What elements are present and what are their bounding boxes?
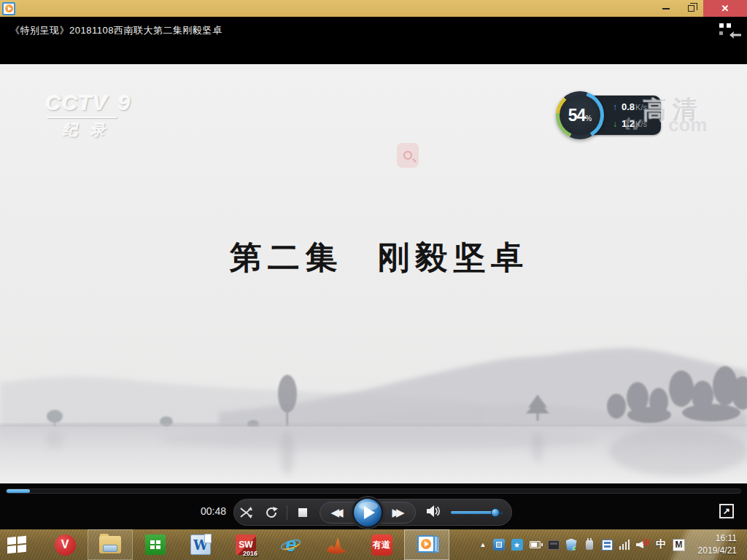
cctv-channel-number: 9 (118, 90, 131, 115)
system-tray: ▲ ★ 中 M 16:11 2019/4/21 (480, 532, 747, 558)
rewind-button[interactable]: ◀◀ (325, 502, 349, 524)
buffer-percent-sign: % (585, 114, 592, 122)
seek-bar[interactable] (6, 489, 741, 494)
star-icon: ★ (514, 541, 520, 549)
volume-fill (451, 511, 495, 514)
up-arrow-icon: ↑ (613, 102, 617, 112)
fullscreen-button[interactable]: ↗ (719, 504, 734, 518)
transport-group: ◀◀ ▶▶ (320, 502, 416, 524)
window-titlebar[interactable]: ✕ (0, 0, 747, 17)
close-button[interactable]: ✕ (703, 0, 747, 17)
stop-icon (298, 508, 307, 517)
taskbar-item-store[interactable] (133, 529, 178, 560)
shield-status-dot (573, 546, 579, 553)
solidworks-icon: SW 2016 (236, 534, 256, 555)
mute-ban-circle (643, 539, 649, 545)
cctv-logo-underline (47, 117, 117, 118)
taskbar-item-solidworks[interactable]: SW 2016 (223, 529, 268, 560)
com-watermark: com (668, 114, 707, 136)
usb-eject-tray-icon[interactable] (584, 539, 595, 551)
windows-logo-icon (7, 536, 26, 553)
stop-button[interactable] (290, 502, 315, 524)
network-signal-icon[interactable] (619, 540, 630, 550)
expand-icon: ↗ (723, 506, 730, 516)
youdao-icon: 有道 (371, 534, 392, 556)
control-separator (287, 505, 287, 520)
volume-button[interactable] (426, 505, 442, 521)
magnifier-icon (403, 151, 412, 160)
video-canvas[interactable]: CCTV 9 纪录 54 % ↑ 0.8 K/s ↓ (0, 64, 747, 483)
start-button[interactable] (0, 529, 34, 560)
volume-knob[interactable] (491, 508, 500, 517)
play-button[interactable] (352, 497, 383, 528)
forward-icon: ▶▶ (392, 506, 404, 519)
usb-device-tray-icon[interactable] (493, 539, 505, 551)
security-shield-tray-icon[interactable] (566, 539, 577, 551)
windows-store-icon (145, 534, 166, 555)
cctv-jilu-text: 纪录 (63, 120, 130, 140)
sw-year: 2016 (243, 550, 258, 557)
screen: ✕ 《特别呈现》20181108西南联大第二集刚毅坚卓 CCTV 9 纪录 54… (0, 0, 747, 560)
restore-button[interactable] (678, 0, 703, 17)
taskbar-item-explorer[interactable] (88, 529, 133, 560)
taskbar-apps: V W SW 2016 e (42, 529, 449, 560)
show-hidden-icons-button[interactable]: ▲ (480, 541, 487, 548)
clock-date: 2019/4/21 (694, 545, 737, 557)
play-icon (364, 506, 375, 519)
messenger-tray-icon[interactable]: ★ (511, 539, 523, 551)
speaker-icon (426, 505, 442, 518)
file-explorer-icon (99, 536, 121, 553)
taskbar-item-youdao[interactable]: 有道 (359, 529, 404, 560)
input-language-indicator[interactable]: 中 (656, 538, 666, 551)
tv-watermark: tv (624, 112, 641, 135)
video-header: 《特别呈现》20181108西南联大第二集刚毅坚卓 (0, 17, 747, 64)
play-triangle-icon (8, 7, 12, 11)
window-controls: ✕ (654, 0, 747, 17)
taskbar-item-word[interactable]: W (178, 529, 223, 560)
ime-mode-button[interactable]: M (673, 539, 685, 551)
playlist-grid-icon[interactable] (719, 23, 731, 35)
skip-button[interactable] (234, 502, 259, 524)
sw-letters: SW (239, 540, 252, 550)
muted-speaker-icon[interactable] (636, 539, 649, 551)
clock-time: 16:11 (694, 532, 737, 545)
restore-icon (688, 5, 694, 12)
elapsed-time: 00:48 (175, 505, 226, 517)
taskbar: V W SW 2016 e (0, 529, 747, 560)
ink-landscape (0, 316, 747, 483)
taskbar-clock[interactable]: 16:11 2019/4/21 (692, 532, 743, 558)
taskbar-item-player[interactable] (404, 529, 449, 560)
buffering-widget: 54 % ↑ 0.8 K/s ↓ 1.2 K/s (556, 91, 604, 139)
minimize-icon (662, 8, 670, 9)
word-icon: W (190, 534, 211, 555)
rewind-icon: ◀◀ (330, 506, 343, 519)
player-app-icon (2, 2, 15, 15)
down-arrow-icon: ↓ (613, 119, 617, 129)
seek-bar-fill (7, 489, 30, 493)
buffer-percent: 54 (568, 106, 586, 125)
taskbar-item-v-app[interactable]: V (42, 529, 88, 560)
buffer-progress-ring: 54 % (556, 91, 604, 139)
internet-explorer-icon: e (280, 534, 302, 556)
player-controlbar: 00:48 ◀◀ (0, 483, 747, 529)
skip-arrows-icon (239, 506, 254, 519)
episode-title: 第二集 刚毅坚卓 (0, 236, 747, 279)
power-tray-icon[interactable] (530, 539, 541, 551)
matlab-icon (326, 535, 347, 554)
volume-slider[interactable] (451, 511, 503, 514)
display-tray-icon[interactable] (548, 540, 560, 550)
forward-button[interactable]: ▶▶ (386, 502, 411, 524)
cctv9-channel-logo: CCTV 9 纪录 (45, 90, 130, 140)
video-player-icon (417, 535, 436, 554)
search-ghost-icon (397, 143, 419, 168)
replay-button[interactable] (259, 502, 284, 524)
cctv-logo-text: CCTV (45, 90, 108, 115)
minimize-button[interactable] (654, 0, 678, 17)
replay-icon (264, 505, 279, 520)
dictionary-tray-icon[interactable] (602, 540, 613, 551)
taskbar-item-ie[interactable]: e (268, 529, 314, 560)
v-app-icon: V (55, 534, 76, 556)
mouse-cursor-icon (729, 31, 741, 39)
taskbar-item-matlab[interactable] (314, 529, 359, 560)
video-title-text: 《特别呈现》20181108西南联大第二集刚毅坚卓 (10, 24, 222, 37)
